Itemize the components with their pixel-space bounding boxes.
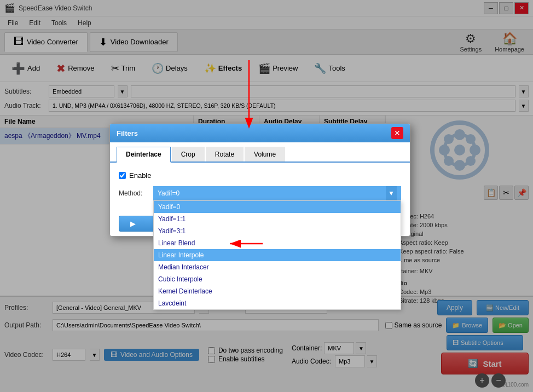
play-icon: ▶: [130, 220, 136, 228]
tab-volume[interactable]: Volume: [245, 147, 285, 162]
method-row: Method: Yadif=0 ▼ Yadif=0 Yadif=1:1 Yadi…: [119, 186, 401, 200]
dropdown-item-8[interactable]: Lavcdeint: [154, 297, 401, 309]
dropdown-item-1[interactable]: Yadif=1:1: [154, 213, 401, 225]
dialog-title-bar: Filters ✕: [110, 124, 410, 142]
dropdown-item-6[interactable]: Cubic Interpole: [154, 273, 401, 285]
dialog-tabs: Deinterlace Crop Rotate Volume: [110, 142, 410, 163]
dialog-title-label: Filters: [117, 129, 138, 137]
method-arrow-icon: ▼: [386, 186, 397, 200]
dropdown-item-0[interactable]: Yadif=0: [154, 201, 401, 213]
tab-deinterlace[interactable]: Deinterlace: [117, 147, 171, 163]
enable-checkbox[interactable]: [119, 172, 126, 179]
tab-rotate[interactable]: Rotate: [206, 147, 244, 162]
dropdown-item-5[interactable]: Median Interlacer: [154, 261, 401, 273]
dialog-close-button[interactable]: ✕: [391, 127, 403, 139]
enable-label: Enable: [129, 171, 151, 180]
method-select[interactable]: Yadif=0 ▼ Yadif=0 Yadif=1:1 Yadif=3:1 Li…: [153, 186, 401, 200]
dropdown-item-4[interactable]: Linear Interpole: [154, 249, 401, 261]
method-selected-display[interactable]: Yadif=0 ▼: [153, 186, 401, 200]
method-label: Method:: [119, 189, 149, 197]
dialog-body: Enable Method: Yadif=0 ▼ Yadif=0 Yadif=1…: [110, 163, 410, 211]
method-dropdown-list[interactable]: Yadif=0 Yadif=1:1 Yadif=3:1 Linear Blend…: [153, 200, 401, 310]
dropdown-item-7[interactable]: Kernel Deinterlace: [154, 285, 401, 297]
tab-crop[interactable]: Crop: [172, 147, 205, 162]
filters-dialog: Filters ✕ Deinterlace Crop Rotate Volume…: [109, 123, 410, 237]
enable-row: Enable: [119, 171, 401, 180]
method-selected-text: Yadif=0: [158, 189, 179, 197]
dropdown-item-2[interactable]: Yadif=3:1: [154, 225, 401, 237]
dropdown-item-3[interactable]: Linear Blend: [154, 237, 401, 249]
